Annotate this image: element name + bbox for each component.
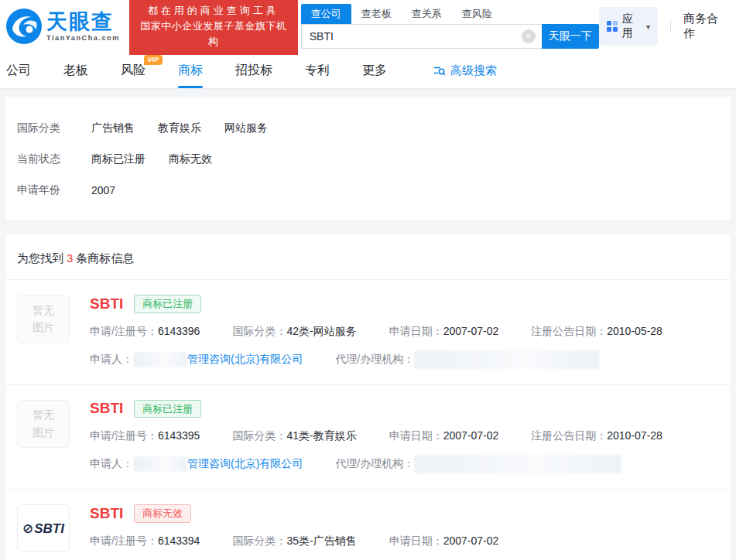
- filter-option[interactable]: 商标已注册: [91, 152, 145, 166]
- nav-tab-more[interactable]: 更多: [362, 53, 387, 88]
- filter-option[interactable]: 教育娱乐: [158, 121, 201, 135]
- redacted-applicant-prefix: [133, 352, 187, 367]
- no-image-placeholder: 暂无图片: [30, 406, 56, 441]
- filter-option[interactable]: 商标无效: [169, 152, 212, 166]
- class-value: 42类-网站服务: [286, 325, 356, 337]
- search-block: 查公司 查老板 查关系 查风险 × 天眼一下: [301, 4, 599, 49]
- class-value: 41类-教育娱乐: [286, 429, 356, 442]
- header: 天眼查 TianYanCha.com 都在用的商业查询工具 国家中小企业发展子基…: [0, 0, 736, 53]
- trademark-thumbnail[interactable]: 暂无图片: [17, 295, 70, 343]
- pub-date-label: 注册公告日期：: [531, 429, 607, 442]
- trademark-result-row: ⊘SBTI SBTI 商标无效 申请/注册号：6143394 国际分类：35类-…: [6, 490, 730, 560]
- reg-no-label: 申请/注册号：: [90, 325, 158, 337]
- filter-label: 申请年份: [17, 183, 91, 197]
- sbti-logo-image: ⊘SBTI: [22, 521, 64, 537]
- pub-date-label: 注册公告日期：: [531, 325, 607, 337]
- trademark-name[interactable]: SBTI: [90, 295, 123, 312]
- filter-row-year: 申请年份 2007: [17, 183, 719, 197]
- class-label: 国际分类：: [232, 429, 286, 442]
- vip-badge: VIP: [144, 55, 163, 65]
- apps-label: 应用: [622, 12, 642, 40]
- caret-down-icon: ▾: [646, 22, 650, 31]
- status-badge: 商标已注册: [134, 295, 201, 313]
- apply-date-value: 2007-07-02: [443, 429, 499, 442]
- nav-tab-trademark[interactable]: 商标: [178, 53, 203, 88]
- redacted-agent: [414, 455, 621, 473]
- reg-no-value: 6143395: [158, 429, 200, 442]
- apply-date-value: 2007-07-02: [443, 534, 499, 547]
- nav-tab-risk[interactable]: 风险 VIP: [121, 53, 145, 88]
- class-value: 35类-广告销售: [286, 534, 356, 547]
- filter-row-class: 国际分类 广告销售 教育娱乐 网站服务: [17, 121, 719, 135]
- filter-panel: 国际分类 广告销售 教育娱乐 网站服务 当前状态 商标已注册 商标无效 申请年份…: [6, 97, 730, 220]
- divider: [670, 20, 671, 32]
- search-tab-boss[interactable]: 查老板: [351, 4, 402, 24]
- advanced-search-label: 高级搜索: [450, 63, 497, 78]
- applicant-link[interactable]: 管理咨询(北京)有限公司: [187, 353, 303, 367]
- nav-tab-company[interactable]: 公司: [6, 53, 31, 88]
- trademark-result-row: 暂无图片 SBTI 商标已注册 申请/注册号：6143396 国际分类：42类-…: [6, 280, 730, 385]
- results-panel: 为您找到3条商标信息 暂无图片 SBTI 商标已注册 申请/注册号：614339…: [6, 234, 730, 560]
- tianyancha-eye-icon: [6, 9, 42, 44]
- search-tabs: 查公司 查老板 查关系 查风险: [301, 4, 599, 24]
- filter-option[interactable]: 网站服务: [224, 121, 268, 135]
- trademark-name[interactable]: SBTI: [90, 400, 123, 417]
- filter-option[interactable]: 2007: [91, 184, 115, 196]
- promo-line1: 都在用的商业查询工具: [137, 3, 290, 19]
- promo-banner: 都在用的商业查询工具 国家中小企业发展子基金旗下机构: [129, 0, 298, 55]
- results-summary: 为您找到3条商标信息: [6, 234, 730, 280]
- search-button[interactable]: 天眼一下: [542, 24, 599, 49]
- apply-date-label: 申请日期：: [389, 429, 443, 442]
- trademark-result-row: 暂无图片 SBTI 商标已注册 申请/注册号：6143395 国际分类：41类-…: [6, 385, 730, 490]
- promo-line2: 国家中小企业发展子基金旗下机构: [137, 19, 290, 50]
- apps-grid-icon: [607, 21, 618, 32]
- class-label: 国际分类：: [232, 325, 286, 337]
- reg-no-label: 申请/注册号：: [90, 534, 158, 547]
- filter-option[interactable]: 广告销售: [91, 121, 135, 135]
- reg-no-label: 申请/注册号：: [90, 429, 158, 442]
- applicant-label: 申请人：: [90, 353, 133, 367]
- trademark-thumbnail[interactable]: 暂无图片: [17, 400, 70, 448]
- pub-date-value: 2010-05-28: [607, 325, 662, 337]
- business-cooperation-link[interactable]: 商务合作: [683, 12, 730, 41]
- advanced-search-link[interactable]: 高级搜索: [433, 53, 497, 88]
- apply-date-value: 2007-07-02: [443, 325, 499, 337]
- filter-label: 国际分类: [17, 121, 91, 135]
- reg-no-value: 6143396: [158, 325, 200, 337]
- apps-menu[interactable]: 应用 ▾: [599, 7, 658, 46]
- pub-date-value: 2010-07-28: [607, 429, 662, 442]
- tianyancha-logo[interactable]: 天眼查 TianYanCha.com: [6, 9, 120, 44]
- category-nav: 公司 老板 风险 VIP 商标 招投标 专利 更多 高级搜索: [0, 53, 736, 89]
- redacted-applicant-prefix: [133, 456, 187, 472]
- search-input[interactable]: [301, 24, 542, 49]
- clear-icon[interactable]: ×: [522, 29, 536, 43]
- search-tab-risk[interactable]: 查风险: [452, 4, 502, 24]
- agent-label: 代理/办理机构：: [335, 457, 414, 471]
- reg-no-value: 6143394: [158, 534, 200, 547]
- nav-tab-bidding[interactable]: 招投标: [235, 53, 272, 88]
- advanced-search-icon: [433, 64, 446, 77]
- trademark-thumbnail[interactable]: ⊘SBTI: [17, 504, 70, 552]
- apply-date-label: 申请日期：: [389, 325, 443, 337]
- filter-row-status: 当前状态 商标已注册 商标无效: [17, 152, 719, 166]
- redacted-agent: [414, 350, 600, 369]
- logo-glyph: ⊘: [22, 521, 33, 536]
- status-badge: 商标已注册: [134, 400, 201, 418]
- class-label: 国际分类：: [232, 534, 286, 547]
- nav-tab-boss[interactable]: 老板: [63, 53, 88, 88]
- logo-subtitle: TianYanCha.com: [46, 35, 120, 42]
- apply-date-label: 申请日期：: [389, 534, 443, 547]
- no-image-placeholder: 暂无图片: [30, 302, 56, 336]
- results-count: 3: [67, 251, 73, 265]
- agent-label: 代理/办理机构：: [335, 353, 414, 367]
- trademark-name[interactable]: SBTI: [90, 505, 123, 522]
- logo-title: 天眼查: [46, 12, 120, 32]
- status-badge: 商标无效: [134, 504, 191, 523]
- search-tab-relation[interactable]: 查关系: [402, 4, 452, 24]
- applicant-link[interactable]: 管理咨询(北京)有限公司: [187, 457, 303, 471]
- search-tab-company[interactable]: 查公司: [301, 4, 351, 24]
- applicant-label: 申请人：: [90, 457, 133, 471]
- nav-tab-patent[interactable]: 专利: [305, 53, 330, 88]
- filter-label: 当前状态: [17, 152, 91, 166]
